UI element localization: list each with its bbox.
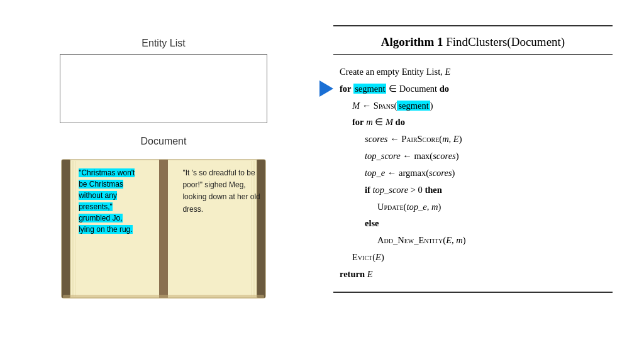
document-label: Document [141, 136, 187, 147]
algo-line-3: M ← Spans(segment) [340, 97, 613, 114]
right-page-text: "It 's so dreadful to be poor!" sighed M… [182, 168, 260, 214]
highlighted-text-christmas-wont: "Christmas won't [79, 168, 135, 177]
book-illustration: "Christmas won't be Christmas without an… [57, 153, 270, 304]
algo-line-11: Add​_​New​_​Entity(E, m) [340, 232, 613, 249]
highlighted-text-without-any: without any [79, 191, 117, 200]
algo-line-4: for m ∈ M do [340, 114, 613, 131]
algorithm-title-bold: Algorithm 1 [381, 35, 443, 48]
highlighted-text-grumbled-jo: grumbled Jo, [79, 214, 122, 222]
right-page: "It 's so dreadful to be poor!" sighed M… [176, 153, 270, 304]
algo-line-2: for segment ∈ Document do [340, 80, 613, 97]
algo-text-12: Evict(E) [352, 249, 384, 266]
algo-text-8: if top_score > 0 then [365, 182, 442, 199]
left-page: "Christmas won't be Christmas without an… [74, 153, 176, 304]
highlighted-text-lying: lying on the rug. [79, 225, 132, 234]
algo-text-7: top_e ← argmax(scores) [365, 165, 455, 182]
algo-line-10: else [340, 215, 613, 232]
entity-list-label: Entity List [142, 38, 185, 49]
algo-text-5: scores ← PairScore(m, E) [365, 131, 462, 148]
book-content: "Christmas won't be Christmas without an… [57, 153, 270, 304]
algo-line-6: top_score ← max(scores) [340, 148, 613, 165]
algo-text-3: M ← Spans(segment) [352, 97, 433, 114]
algo-text-1: Create an empty Entity List, E [340, 63, 450, 80]
algo-line-12: Evict(E) [340, 249, 613, 266]
blue-arrow-icon [319, 80, 333, 97]
algo-line-1: Create an empty Entity List, E [340, 63, 613, 80]
highlighted-text-be-christmas: be Christmas [79, 180, 123, 189]
algo-line-8: if top_score > 0 then [340, 182, 613, 199]
algorithm-title-name: FindClusters(Document) [446, 35, 565, 48]
algorithm-title: Algorithm 1 FindClusters(Document) [333, 35, 613, 55]
algorithm-body: Create an empty Entity List, E for segme… [333, 63, 613, 283]
entity-list-box [60, 54, 267, 123]
algo-line-7: top_e ← argmax(scores) [340, 165, 613, 182]
algorithm-box: Algorithm 1 FindClusters(Document) Creat… [333, 25, 613, 293]
algo-text-13: return E [340, 266, 373, 283]
highlighted-text-presents: presents," [79, 202, 113, 211]
algo-line-13: return E [340, 266, 613, 283]
algo-text-2: for segment ∈ Document do [340, 80, 449, 97]
algo-text-10: else [365, 215, 379, 232]
algo-text-11: Add​_​New​_​Entity(E, m) [377, 232, 466, 249]
algo-text-9: Update(top_e, m) [377, 199, 441, 216]
algo-text-4: for m ∈ M do [352, 114, 405, 131]
left-panel: Entity List Document [13, 13, 314, 349]
algo-line-9: Update(top_e, m) [340, 199, 613, 216]
right-panel: Algorithm 1 FindClusters(Document) Creat… [314, 13, 631, 349]
algo-text-6: top_score ← max(scores) [365, 148, 459, 165]
algo-line-5: scores ← PairScore(m, E) [340, 131, 613, 148]
